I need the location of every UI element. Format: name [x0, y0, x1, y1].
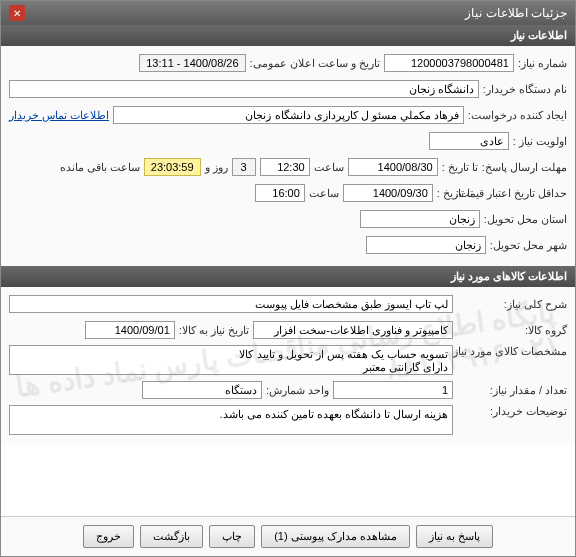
delivery-province-field[interactable]	[360, 210, 480, 228]
priority-field[interactable]	[429, 132, 509, 150]
quantity-label: تعداد / مقدار نیاز:	[457, 384, 567, 397]
need-date-field[interactable]	[85, 321, 175, 339]
delivery-city-label: شهر محل تحویل:	[490, 239, 567, 252]
need-number-label: شماره نیاز:	[518, 57, 567, 70]
buyer-contact-link[interactable]: اطلاعات تماس خریدار	[9, 109, 109, 122]
unit-label: واحد شمارش:	[266, 384, 329, 397]
goods-spec-field[interactable]	[9, 345, 453, 375]
buyer-notes-label: توضیحات خریدار:	[457, 405, 567, 418]
quantity-field[interactable]	[333, 381, 453, 399]
deadline-date-field[interactable]	[348, 158, 438, 176]
time-remaining: 23:03:59	[144, 158, 201, 176]
delivery-province-label: استان محل تحویل:	[484, 213, 567, 226]
public-date-label: تاریخ و ساعت اعلان عمومی:	[250, 57, 380, 70]
min-valid-label: حداقل تاریخ اعتبار قیمت:	[477, 187, 567, 200]
deadline-time-field[interactable]	[260, 158, 310, 176]
print-button[interactable]: چاپ	[209, 525, 255, 548]
need-number-field[interactable]	[384, 54, 514, 72]
dialog-window: جزئیات اطلاعات نیاز ✕ اطلاعات نیاز شماره…	[0, 0, 576, 557]
remain-suffix-label: ساعت باقی مانده	[60, 161, 140, 174]
titlebar: جزئیات اطلاعات نیاز ✕	[1, 1, 575, 25]
section-header-need-info: اطلاعات نیاز	[1, 25, 575, 46]
goods-group-label: گروه کالا:	[457, 324, 567, 337]
delivery-city-field[interactable]	[366, 236, 486, 254]
buyer-notes-field[interactable]	[9, 405, 453, 435]
need-date-label: تاریخ نیاز به کالا:	[179, 324, 249, 337]
window-title: جزئیات اطلاعات نیاز	[465, 6, 567, 20]
requester-label: ایجاد کننده درخواست:	[468, 109, 567, 122]
public-date-value: 1400/08/26 - 13:11	[139, 54, 245, 72]
priority-label: اولویت نیاز :	[513, 135, 567, 148]
buyer-field[interactable]	[9, 80, 479, 98]
close-icon[interactable]: ✕	[9, 5, 25, 21]
min-valid-date-field[interactable]	[343, 184, 433, 202]
deadline-label: مهلت ارسال پاسخ:	[482, 161, 567, 174]
days-remaining: 3	[232, 158, 256, 176]
deadline-until-label: تا تاریخ :	[442, 161, 478, 174]
buyer-label: نام دستگاه خریدار:	[483, 83, 567, 96]
need-info-form: شماره نیاز: تاریخ و ساعت اعلان عمومی: 14…	[1, 46, 575, 266]
goods-group-field[interactable]	[253, 321, 453, 339]
min-valid-time-field[interactable]	[255, 184, 305, 202]
min-valid-until-label: تا تاریخ :	[437, 187, 473, 200]
back-button[interactable]: بازگشت	[140, 525, 203, 548]
attachments-button[interactable]: مشاهده مدارک پیوستی (1)	[261, 525, 410, 548]
goods-spec-label: مشخصات کالای مورد نیاز:	[457, 345, 567, 358]
deadline-time-label: ساعت	[314, 161, 344, 174]
exit-button[interactable]: خروج	[83, 525, 134, 548]
section-header-goods-info: اطلاعات کالاهای مورد نیاز	[1, 266, 575, 287]
general-desc-field[interactable]	[9, 295, 453, 313]
days-and-label: روز و	[205, 161, 228, 174]
goods-info-form: پایگاه اطلاع رسانی مناقصات پارس نماد داد…	[1, 287, 575, 445]
unit-field[interactable]	[142, 381, 262, 399]
reply-button[interactable]: پاسخ به نیاز	[416, 525, 493, 548]
requester-field[interactable]	[113, 106, 464, 124]
general-desc-label: شرح کلی نیاز:	[457, 298, 567, 311]
action-buttons: پاسخ به نیاز مشاهده مدارک پیوستی (1) چاپ…	[1, 516, 575, 556]
min-valid-time-label: ساعت	[309, 187, 339, 200]
